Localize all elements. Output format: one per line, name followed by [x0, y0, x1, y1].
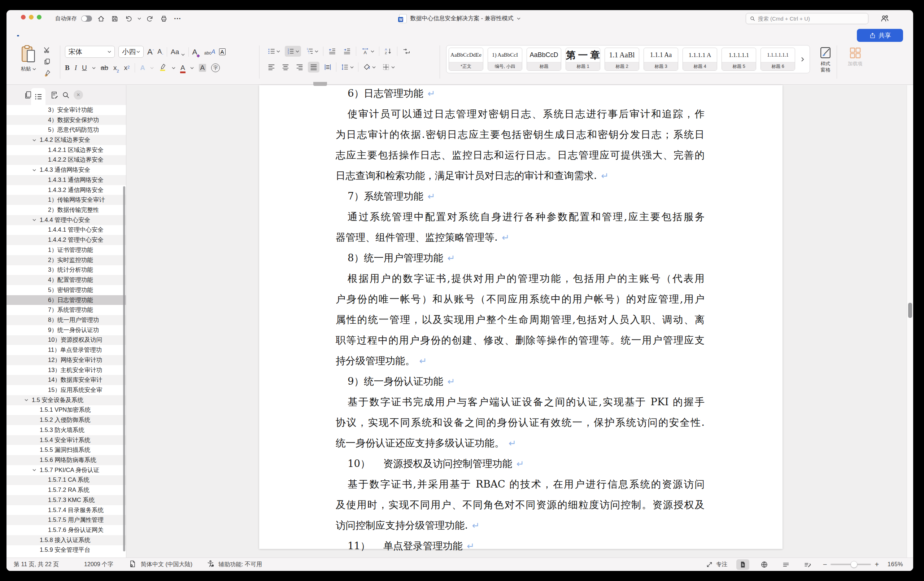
draft-view-button[interactable] [801, 560, 814, 570]
print-layout-view-button[interactable] [736, 560, 749, 570]
align-left-icon[interactable] [266, 62, 277, 73]
outline-item[interactable]: 1）证书管理功能 [7, 245, 126, 255]
text-effects-chevron-icon[interactable] [150, 67, 154, 69]
document-line[interactable]: 基于数字证书完成用户与客户端认证设备之间的认证,实现基于 PKI 的握手 ↵ [336, 391, 705, 412]
character-scaling-icon[interactable]: A [359, 46, 376, 57]
change-case-button[interactable]: Aa [171, 48, 185, 56]
outline-item[interactable]: 9）统一身份认证功 [7, 325, 126, 335]
ribbon-tab[interactable] [32, 33, 33, 35]
collapse-chevron-icon[interactable] [33, 469, 40, 471]
collapse-chevron-icon[interactable] [33, 139, 40, 142]
zoom-slider[interactable] [830, 564, 871, 565]
document-line[interactable]: 为日志审计的依据.密钥日志应主要包括密钥生成日志和密钥分发日志；系统日 ↵ [336, 124, 705, 145]
style-card[interactable]: 第 一 章 标题 1 [566, 48, 600, 71]
outline-item[interactable]: 8）统一用户管理功 [7, 315, 126, 325]
paste-button[interactable]: 粘贴 [17, 40, 40, 85]
outline-item[interactable]: 12）网络安全审计功 [7, 355, 126, 365]
outline-item[interactable]: 2）数据传输完整性 [7, 205, 126, 215]
outline-item[interactable]: 1.5.4 安全审计系统 [7, 435, 126, 445]
zoom-out-button[interactable]: − [823, 560, 827, 569]
document-line[interactable]: 协议，实现不同系统和设备之间的身份认证有效统一，保护系统访问的安全性. ↵ [336, 412, 705, 433]
line-spacing-icon[interactable] [339, 62, 356, 73]
style-card[interactable]: AaBbCcD 标题 [526, 48, 561, 71]
outline-item[interactable]: 1.5.7.4 目录服务系统 [7, 505, 126, 515]
add-ins-button[interactable]: 加载项 [842, 40, 868, 85]
outline-item[interactable]: 1.4.2 区域边界安全 [7, 135, 126, 145]
share-button[interactable]: 共享 [857, 29, 903, 42]
document-line[interactable]: 户身份的唯一帐号）和从账号（不同应用系统中的用户帐号）的对应管理,用户 ↵ [336, 289, 705, 309]
ribbon-tab[interactable] [102, 33, 103, 35]
zoom-level-label[interactable]: 165% [888, 561, 903, 568]
document-line[interactable]: 基于数字证书,并采用基于 RBAC 的技术，在用户进行信息系统的资源访问 ↵ [336, 474, 705, 494]
outline-item[interactable]: 1.5.7.5 用户属性管理 [7, 515, 126, 525]
show-formatting-marks-icon[interactable] [400, 46, 412, 57]
outline-item[interactable]: 1.5.3 防火墙系统 [7, 425, 126, 435]
ribbon-tab[interactable] [74, 33, 75, 35]
outline-item[interactable]: 1.5 安全设备及系统 [7, 395, 126, 405]
multilevel-list-icon[interactable]: 1ai [304, 46, 320, 57]
outline-item[interactable]: 1.5.6 网络防病毒系统 [7, 455, 126, 465]
style-card[interactable]: AaBbCcDdEe *正文 [449, 48, 483, 71]
outline-item[interactable]: 15）应用系统安全审 [7, 385, 126, 395]
align-right-icon[interactable] [294, 62, 305, 73]
document-line[interactable]: 持分级管理功能。 ↵ [336, 350, 705, 371]
document-line[interactable]: 7）系统管理功能 ↵ [336, 186, 705, 206]
outline-item[interactable]: 6）日志管理功能 [7, 295, 126, 305]
underline-chevron-icon[interactable] [92, 67, 96, 69]
bold-button[interactable]: B [65, 64, 70, 72]
subscript-button[interactable]: x2 [113, 64, 119, 72]
search-input[interactable] [758, 15, 865, 21]
ribbon-tab[interactable] [116, 33, 117, 35]
word-count-status[interactable]: 12009 个字 [84, 561, 113, 568]
document-scrollbar[interactable] [907, 85, 913, 558]
strikethrough-button[interactable]: ab [101, 64, 108, 72]
style-card[interactable]: 1.1.1 Aa 标题 3 [644, 48, 678, 71]
outline-item[interactable]: 1.5.8 接入认证系统 [7, 535, 126, 545]
clear-formatting-icon[interactable]: A◆ [192, 48, 201, 56]
collapse-chevron-icon[interactable] [33, 169, 40, 172]
ribbon-tab[interactable] [18, 33, 18, 35]
style-card[interactable]: 1.1.1.1 A 标题 4 [683, 48, 717, 71]
ribbon-tab[interactable] [130, 33, 131, 35]
phonetic-guide-icon[interactable]: abcA [204, 48, 216, 56]
web-layout-view-button[interactable] [758, 560, 771, 570]
italic-button[interactable]: I [75, 64, 77, 72]
ribbon-tab[interactable] [46, 33, 46, 35]
character-border-icon[interactable]: A [219, 48, 226, 55]
underline-button[interactable]: U [82, 64, 87, 72]
enclose-characters-icon[interactable]: 字 [211, 64, 220, 72]
justify-icon[interactable] [308, 62, 319, 73]
outline-item[interactable]: 1.5.7.1 CA 系统 [7, 475, 126, 485]
outline-item[interactable]: 1.4.3.2 通信网络安全 [7, 185, 126, 195]
document-line[interactable]: 使审计员可以通过日志管理对密钥日志、系统日志进行事后审计和追踪，作 ↵ [336, 104, 705, 124]
style-card[interactable]: 1.1 AaBl 标题 2 [605, 48, 639, 71]
highlight-color-icon[interactable] [159, 63, 167, 73]
document-line[interactable]: 器管理、组件管理、监控策略管理等. ↵ [336, 227, 705, 248]
document-line[interactable]: 职等过程中的用户身份的创建、修改、删除等操作的管理等。统一用户管理应支 ↵ [336, 330, 705, 350]
distribute-text-icon[interactable] [322, 62, 333, 73]
zoom-slider-thumb[interactable] [851, 561, 858, 568]
sidebar-scrollbar[interactable] [123, 186, 125, 551]
contacts-icon[interactable] [880, 14, 889, 25]
accessibility-icon[interactable]: ? [207, 560, 215, 569]
document-line[interactable]: 通过系统管理中配置对系统自身进行各种参数配置和管理,应主要包括服务 ↵ [336, 206, 705, 227]
document-line[interactable]: 属性的统一管理，以及实现用户整个生命周期管理,包括对人员入职、调动、离 ↵ [336, 309, 705, 330]
document-line[interactable]: 9）统一身份认证功能 ↵ [336, 371, 705, 391]
outline-item[interactable]: 3）安全审计功能 [7, 105, 126, 115]
font-color-chevron-icon[interactable] [190, 67, 194, 69]
language-status[interactable]: 简体中文 (中国大陆) [141, 561, 192, 568]
superscript-button[interactable]: x2 [124, 64, 130, 72]
outline-item[interactable]: 7）系统管理功能 [7, 305, 126, 315]
styles-more-chevron-icon[interactable] [801, 57, 804, 62]
character-shading-button[interactable]: A [199, 64, 206, 72]
ribbon-tab[interactable] [60, 33, 61, 35]
outline-item[interactable]: 1.4.4 管理中心安全 [7, 215, 126, 225]
outline-item[interactable]: 13）主机安全审计功 [7, 365, 126, 375]
cut-icon[interactable] [43, 46, 51, 55]
collapse-chevron-icon[interactable] [25, 399, 32, 401]
document-line[interactable]: 访问控制应支持分级管理功能. ↵ [336, 515, 705, 536]
outline-item[interactable]: 1.5.9 安全管理平台 [7, 545, 126, 555]
title-chevron-icon[interactable] [517, 17, 520, 20]
document-line[interactable]: 6）日志管理功能 ↵ [336, 83, 705, 104]
sort-icon[interactable]: AZ [382, 46, 394, 57]
